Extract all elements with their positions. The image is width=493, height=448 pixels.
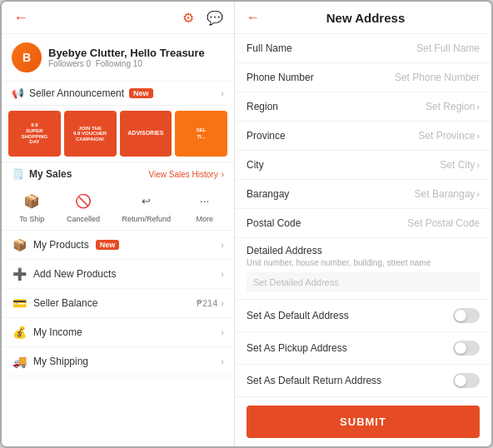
my-sales-label: 🗒️ My Sales xyxy=(12,168,72,180)
pickup-address-toggle[interactable] xyxy=(453,341,480,356)
my-income-icon: 💰 xyxy=(12,325,27,340)
cancelled-label: Cancelled xyxy=(67,215,100,223)
gear-icon[interactable]: ⚙ xyxy=(179,8,197,27)
region-label: Region xyxy=(246,101,321,112)
chevron-right-icon: › xyxy=(221,356,224,366)
menu-seller-balance[interactable]: 💳 Seller Balance ₱214 › xyxy=(2,289,234,318)
my-income-label: My Income xyxy=(33,326,82,338)
region-value: Set Region › xyxy=(426,101,480,112)
chevron-right-icon: › xyxy=(221,269,224,279)
cancelled-item[interactable]: 🚫 Cancelled xyxy=(67,189,100,223)
postal-label: Postal Code xyxy=(246,217,321,229)
chat-icon[interactable]: 💬 xyxy=(206,8,224,27)
default-address-toggle[interactable] xyxy=(453,308,480,323)
default-return-toggle[interactable] xyxy=(453,373,480,388)
shop-name: Byebye Clutter, Hello Treasure xyxy=(48,47,205,59)
barangay-label: Barangay xyxy=(246,188,321,200)
form-row-full-name[interactable]: Full Name Set Full Name xyxy=(235,34,491,63)
default-address-label: Set As Default Address xyxy=(246,310,349,321)
form-row-phone[interactable]: Phone Number Set Phone Number xyxy=(235,63,491,92)
postal-value: Set Postal Code xyxy=(407,217,480,229)
to-ship-item[interactable]: 📦 To Ship xyxy=(19,189,44,223)
banner-2[interactable]: JOIN THE9.9 VOUCHERCAMPAIGN! xyxy=(64,111,117,157)
chevron-right-icon: › xyxy=(221,88,224,98)
province-label: Province xyxy=(246,130,321,142)
default-return-label: Set As Default Return Address xyxy=(246,375,381,386)
to-ship-icon: 📦 xyxy=(20,189,43,212)
toggle-default-address[interactable]: Set As Default Address xyxy=(235,300,491,332)
my-shipping-left: 🚚 My Shipping xyxy=(12,354,88,369)
detailed-address-label: Detailed Address xyxy=(246,245,480,256)
more-item[interactable]: ··· More xyxy=(193,189,217,223)
new-address-title: New Address xyxy=(268,11,480,25)
menu-my-income[interactable]: 💰 My Income › xyxy=(2,318,234,347)
form-row-region[interactable]: Region Set Region › xyxy=(235,92,491,122)
app-container: ← ⚙ 💬 B Byebye Clutter, Hello Treasure F… xyxy=(0,0,493,448)
header-icons: ⚙ 💬 xyxy=(179,8,224,27)
more-label: More xyxy=(196,215,213,223)
add-products-label: Add New Products xyxy=(33,268,116,280)
profile-section: B Byebye Clutter, Hello Treasure Followe… xyxy=(2,34,234,81)
to-ship-label: To Ship xyxy=(19,215,44,223)
follow-info: Followers 0 Following 10 xyxy=(48,59,205,68)
left-panel: ← ⚙ 💬 B Byebye Clutter, Hello Treasure F… xyxy=(2,2,235,446)
toggle-default-return[interactable]: Set As Default Return Address xyxy=(235,365,491,397)
my-products-label: My Products xyxy=(33,239,89,251)
chevron-right-icon: › xyxy=(221,240,224,250)
cancelled-icon: 🚫 xyxy=(72,189,95,212)
banner-4[interactable]: SELTI... xyxy=(175,111,227,157)
announcement-icon: 📢 xyxy=(12,87,24,99)
barangay-value: Set Barangay › xyxy=(415,188,480,200)
detailed-address-hint: Unit number, house number, building, str… xyxy=(246,258,480,267)
announcement-row[interactable]: 📢 Seller Announcement New › xyxy=(2,81,234,106)
banner-1[interactable]: 9.9SUPERSHOPPINGDAY xyxy=(8,111,61,157)
menu-my-shipping[interactable]: 🚚 My Shipping › xyxy=(2,347,234,376)
full-name-value: Set Full Name xyxy=(416,42,480,54)
back-icon-right[interactable]: ← xyxy=(246,10,260,25)
detailed-address-section[interactable]: Detailed Address Unit number, house numb… xyxy=(235,238,491,300)
chevron-right-icon: › xyxy=(221,327,224,337)
seller-balance-value: ₱214 xyxy=(197,298,217,309)
return-refund-item[interactable]: ↩ Return/Refund xyxy=(122,189,172,223)
seller-balance-left: 💳 Seller Balance xyxy=(12,296,97,311)
my-sales-icon: 🗒️ xyxy=(12,168,24,180)
banners-section: 9.9SUPERSHOPPINGDAY JOIN THE9.9 VOUCHERC… xyxy=(2,106,234,162)
return-refund-icon: ↩ xyxy=(135,189,158,212)
city-value: Set City › xyxy=(440,159,480,171)
phone-label: Phone Number xyxy=(246,72,321,83)
profile-info: Byebye Clutter, Hello Treasure Followers… xyxy=(48,47,205,68)
add-products-left: ➕ Add New Products xyxy=(12,266,116,281)
form-row-barangay[interactable]: Barangay Set Barangay › xyxy=(235,180,491,209)
form-row-province[interactable]: Province Set Province › xyxy=(235,122,491,151)
chevron-right-icon: › xyxy=(221,298,224,308)
back-icon-left[interactable]: ← xyxy=(12,8,30,27)
return-refund-label: Return/Refund xyxy=(122,215,172,223)
detailed-address-input[interactable]: Set Detailed Address xyxy=(246,272,480,292)
announcement-left: 📢 Seller Announcement New xyxy=(12,87,153,99)
menu-my-products[interactable]: 📦 My Products New › xyxy=(2,231,234,260)
my-products-left: 📦 My Products New xyxy=(12,237,119,252)
banner-3[interactable]: ADVISORIES xyxy=(120,111,172,157)
my-sales-row: 🗒️ My Sales View Sales History › xyxy=(2,162,234,186)
address-form: Full Name Set Full Name Phone Number Set… xyxy=(235,34,491,446)
add-products-icon: ➕ xyxy=(12,266,27,281)
province-value: Set Province › xyxy=(418,130,480,142)
right-panel: ← New Address Full Name Set Full Name Ph… xyxy=(235,2,491,446)
submit-button[interactable]: SUBMIT xyxy=(246,406,480,438)
my-income-left: 💰 My Income xyxy=(12,325,82,340)
announcement-label: Seller Announcement xyxy=(29,87,124,99)
avatar: B xyxy=(12,42,42,72)
seller-balance-icon: 💳 xyxy=(12,296,27,311)
my-products-icon: 📦 xyxy=(12,237,27,252)
view-sales-history[interactable]: View Sales History › xyxy=(148,170,224,179)
menu-add-products[interactable]: ➕ Add New Products › xyxy=(2,260,234,289)
form-row-city[interactable]: City Set City › xyxy=(235,151,491,180)
my-shipping-icon: 🚚 xyxy=(12,354,27,369)
left-header: ← ⚙ 💬 xyxy=(2,2,234,34)
announcement-badge: New xyxy=(129,88,153,98)
more-icon: ··· xyxy=(193,189,217,212)
seller-balance-label: Seller Balance xyxy=(33,297,97,309)
toggle-pickup-address[interactable]: Set As Pickup Address xyxy=(235,332,491,365)
form-row-postal[interactable]: Postal Code Set Postal Code xyxy=(235,209,491,238)
pickup-address-label: Set As Pickup Address xyxy=(246,342,347,354)
